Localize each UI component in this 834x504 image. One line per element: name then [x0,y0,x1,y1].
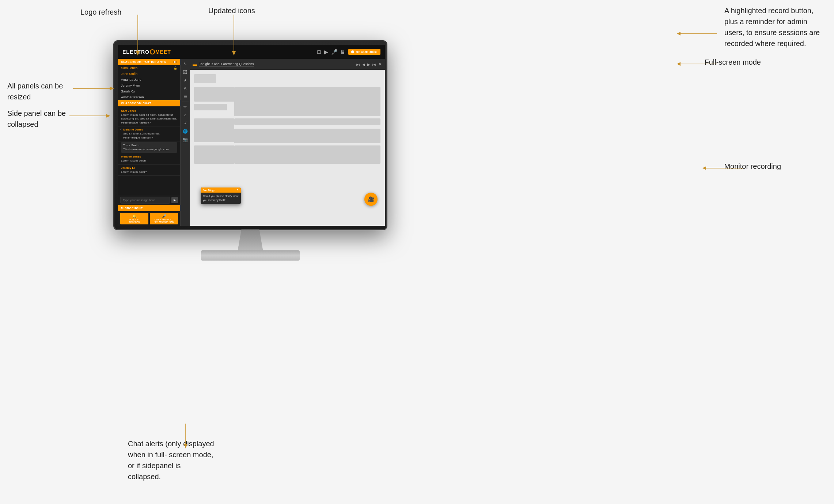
close-icon[interactable]: ✕ [378,62,382,67]
chat-text: This is awesome: www.google.com [123,148,175,151]
chat-section: CLASSROOM CHAT Sam Jones Lorem ipsum dol… [118,100,180,205]
globe-icon[interactable]: 🌐 [182,128,189,135]
prev-prev-icon[interactable]: ⏮ [356,62,360,67]
present-icon[interactable]: ⊡ [317,49,321,55]
next-icon[interactable]: ⏭ [372,62,376,67]
slide-right-column2 [234,118,380,143]
toolbar-divider [182,102,189,102]
chat-message: ✕ Melanie Jones Sed sit amet sollicitudi… [118,126,180,141]
mic-icon: 🎤 [162,214,166,218]
monitor: ELECTRO MEET ⊡ ▶ 🎤 🖥 RECORDING [113,40,387,267]
all-panels-arrow [73,85,117,92]
mic-label: MICROPHONE [121,206,143,210]
participant-name: Jane Smith [121,72,137,76]
slide-block [194,118,234,142]
chat-message: Melanie Jones Lorem ipsum dolor! [118,154,180,164]
camera-icon[interactable]: 📷 [182,136,189,143]
chat-input-area: ▶ [118,195,180,205]
hold-for-mic-button[interactable]: 🎤 CLICK AND HOLDFOR MICROPHONE [150,213,178,224]
chat-sender: Jeremy Li [121,166,177,170]
top-bar: ELECTRO MEET ⊡ ▶ 🎤 🖥 RECORDING [118,45,385,59]
participant-item[interactable]: Jeremy Myer [118,83,180,88]
list-icon[interactable]: ☰ [182,93,188,100]
participants-list: Sam Jones 🔒 Jane Smith Amanda Jane Jerem… [118,65,180,100]
canvas-content: Joe Blogh ✕ Could you please clarify wha… [190,70,385,226]
slide-right-column3 [234,145,380,164]
participant-item[interactable]: Sam Jones 🔒 [118,65,180,71]
chat-message: Sam Jones Lorem ipsum dolor sit amet, co… [118,108,180,126]
side-panel-arrow [69,112,113,120]
text-tool-icon[interactable]: A [183,85,187,92]
participant-name: Another Person [121,95,144,99]
participant-name: Amanda Jane [121,78,141,82]
svg-marker-7 [106,114,110,118]
request-to-speak-button[interactable]: 🔔 REQUESTTO SPEAK [120,213,148,224]
chat-label: CLASSROOM CHAT [121,102,151,105]
chat-alerts-arrow [182,424,189,449]
canvas-area: ▬ Tonight is about answering Questions ⏮… [190,59,385,226]
canvas-title-area: ▬ Tonight is about answering Questions [193,62,354,67]
chat-popup: Joe Blogh ✕ Could you please clarify wha… [201,187,241,204]
svg-marker-13 [702,166,706,170]
slide-block [194,104,227,110]
chat-popup-text: Could you please clarify what you mean b… [201,193,241,204]
chat-bubble: Tutor Smith This is awesome: www.google.… [121,142,177,153]
slide-header-block [194,74,216,83]
slide-row [194,87,380,116]
chat-text: Lorem ipsum dolor sit amet, consectetur … [121,113,177,125]
formula-icon[interactable]: √ [183,120,187,126]
slide-left-column [194,87,231,116]
record-dot [351,50,354,53]
star-icon[interactable]: ★ [182,77,188,84]
slide-right-column [234,87,380,116]
chat-messages: Sam Jones Lorem ipsum dolor sit amet, co… [118,106,180,195]
chat-header: CLASSROOM CHAT [118,100,180,106]
pointer-icon[interactable]: ↖ [182,60,188,67]
chat-popup-sender: Joe Blogh [203,189,215,192]
chat-alerts-label: Chat alerts (only displayed when in full… [128,438,216,482]
chat-sender: Tutor Smith [123,144,175,147]
slide-block [194,145,234,164]
mic-section: MICROPHONE 🔔 REQUESTTO SPEAK 🎤 CLICK AND… [118,205,180,226]
pen-icon[interactable]: ✏ [182,103,188,110]
monitor-recording-arrow [702,164,746,172]
record-label: RECORDING [356,50,378,54]
main-content: CLASSROOM PARTICIPANTS 8 Sam Jones 🔒 Jan… [118,59,385,226]
chat-text: Sed sit amet sollicitudin nisi. Pellente… [123,132,177,140]
screen-icon[interactable]: 🖥 [340,49,345,55]
slide-block [194,87,234,102]
chat-send-button[interactable]: ▶ [171,197,178,203]
slide-left-column3 [194,145,231,164]
updated-icons-arrow [234,15,245,57]
microphone-icon[interactable]: 🎤 [331,49,337,55]
participant-item[interactable]: Jane Smith [118,71,180,77]
participant-item[interactable]: Sarah Xu [118,88,180,94]
chat-text: Lorem ipsum dolor! [121,159,177,163]
youtube-icon[interactable]: ▶ [324,49,328,55]
bell-icon: 🔔 [132,214,137,218]
participant-item[interactable]: Another Person [118,94,180,100]
sidebar: CLASSROOM PARTICIPANTS 8 Sam Jones 🔒 Jan… [118,59,180,226]
chat-popup-close-icon[interactable]: ✕ [236,189,239,192]
monitor-base [201,250,300,261]
dismiss-icon[interactable]: ✕ [120,128,122,131]
prev-icon[interactable]: ◀ [362,62,365,67]
chat-input[interactable] [120,197,170,204]
mic-btn1-label: REQUESTTO SPEAK [129,219,140,223]
record-button[interactable]: RECORDING [348,49,380,55]
slide-row2 [194,118,380,143]
video-record-button[interactable]: 🎥 [364,193,378,206]
top-bar-icons: ⊡ ▶ 🎤 🖥 RECORDING [317,49,380,55]
slide-row3 [194,145,380,164]
logo-refresh-arrow [138,15,149,57]
circle-icon[interactable]: ○ [183,112,187,118]
participant-item[interactable]: Amanda Jane [118,77,180,83]
participant-name: Sam Jones [121,66,137,70]
slide-block [234,145,380,164]
app-container: ELECTRO MEET ⊡ ▶ 🎤 🖥 RECORDING [118,45,385,226]
play-icon[interactable]: ▶ [367,62,370,67]
chat-message: Jeremy Li Lorem ipsum dolor? [118,165,180,176]
chat-sender: Melanie Jones [123,128,177,131]
image-icon[interactable]: 🖼 [182,69,188,75]
monitor-bezel: ELECTRO MEET ⊡ ▶ 🎤 🖥 RECORDING [113,40,387,230]
